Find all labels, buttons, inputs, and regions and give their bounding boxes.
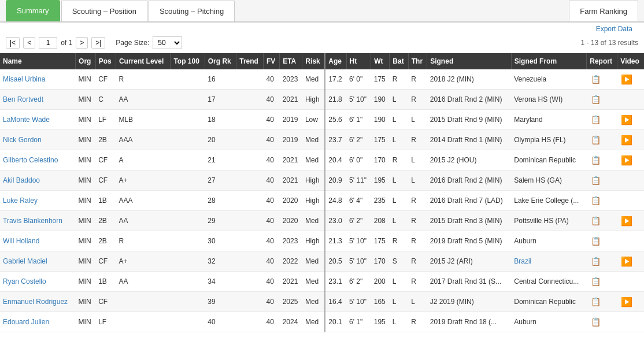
player-fv: 40 [263,110,279,130]
report-icon[interactable]: 📋 [590,316,602,328]
player-name[interactable]: Ben Rortvedt [0,90,76,110]
player-thr: R [408,272,427,292]
player-name[interactable]: Misael Urbina [0,69,76,90]
player-name[interactable]: Gilberto Celestino [0,150,76,170]
player-pos: CF [95,170,116,191]
player-fv: 40 [263,150,279,170]
player-eta: 2020 [280,191,302,211]
player-name[interactable]: Edouard Julien [0,312,76,332]
tab-scouting-pitching[interactable]: Scouting – Pitching [149,1,235,21]
video-icon[interactable]: ▶️ [620,73,633,86]
player-top100 [171,231,205,251]
player-thr: R [408,312,427,332]
report-icon[interactable]: 📋 [590,73,602,86]
player-risk: High [302,231,325,251]
player-ht: 5' 10" [346,231,371,251]
player-thr: R [408,251,427,272]
report-icon[interactable]: 📋 [590,134,602,146]
player-fv: 40 [263,231,279,251]
tab-scouting-position[interactable]: Scouting – Position [61,1,147,21]
player-name[interactable]: Travis Blankenhorn [0,211,76,231]
col-header-trend: Trend [236,53,264,69]
report-icon[interactable]: 📋 [590,295,602,308]
player-age: 16.4 [325,292,346,312]
page-size-select[interactable]: 50 100 25 [153,36,182,49]
player-signed: 2018 J2 (MIN) [427,69,512,90]
player-name[interactable]: Enmanuel Rodriguez [0,292,76,312]
player-top100 [171,90,205,110]
video-icon[interactable]: ▶️ [620,214,633,227]
player-eta: 2019 [280,110,302,130]
player-risk: Med [302,251,325,272]
player-name[interactable]: LaMonte Wade [0,110,76,130]
player-wt: 195 [371,312,390,332]
player-eta: 2020 [280,211,302,231]
page-number-input[interactable] [39,37,57,49]
first-page-button[interactable]: |< [6,37,20,49]
player-report: 📋 [587,292,617,312]
video-icon[interactable]: ▶️ [620,255,633,268]
report-icon[interactable]: 📋 [590,113,602,126]
player-org: MIN [76,312,96,332]
video-icon[interactable]: ▶️ [620,295,633,308]
player-name[interactable]: Akil Baddoo [0,170,76,191]
video-icon[interactable]: ▶️ [620,113,633,126]
player-org: MIN [76,272,96,292]
table-row: Will HollandMIN2BR30402023High21.35' 10"… [0,231,644,251]
player-bat: R [390,150,408,170]
report-icon[interactable]: 📋 [590,93,602,106]
report-icon[interactable]: 📋 [590,194,602,207]
export-link[interactable]: Export Data [596,25,638,33]
player-name[interactable]: Luke Raley [0,191,76,211]
player-eta: 2021 [280,170,302,191]
next-page-button[interactable]: > [76,37,88,49]
player-risk: High [302,90,325,110]
player-signed-from: Pottsville HS (PA) [511,211,587,231]
player-risk: High [302,191,325,211]
tab-summary[interactable]: Summary [6,0,60,21]
page-size-label: Page Size: [116,39,149,47]
player-org-rk: 34 [205,272,236,292]
player-name[interactable]: Gabriel Maciel [0,251,76,272]
player-bat: L [390,312,408,332]
player-thr: L [408,110,427,130]
video-icon[interactable]: ▶️ [620,134,633,146]
player-wt: 170 [371,251,390,272]
report-icon[interactable]: 📋 [590,275,602,288]
toolbar: |< < of 1 > >| Page Size: 50 100 25 1 - … [0,33,644,53]
player-bat: L [390,272,408,292]
tab-farm-ranking[interactable]: Farm Ranking [569,1,638,21]
player-pos: 2B [95,231,116,251]
table-row: Gabriel MacielMINCFA+32402022Med20.55' 1… [0,251,644,272]
player-wt: 175 [371,69,390,90]
player-eta: 2021 [280,90,302,110]
report-icon[interactable]: 📋 [590,154,602,166]
report-icon[interactable]: 📋 [590,174,602,187]
player-video: ▶️ [617,251,644,272]
player-pos: LF [95,312,116,332]
player-wt: 235 [371,191,390,211]
report-icon[interactable]: 📋 [590,255,602,268]
player-ht: 6' 0" [346,69,371,90]
player-report: 📋 [587,251,617,272]
player-trend [236,231,264,251]
player-signed-from[interactable]: Brazil [511,251,587,272]
player-wt: 165 [371,292,390,312]
player-org-rk: 21 [205,150,236,170]
player-name[interactable]: Ryan Costello [0,272,76,292]
report-icon[interactable]: 📋 [590,214,602,227]
player-video [617,272,644,292]
player-name[interactable]: Will Holland [0,231,76,251]
last-page-button[interactable]: >| [91,37,105,49]
table-row: Misael UrbinaMINCFR16402023Med17.26' 0"1… [0,69,644,90]
prev-page-button[interactable]: < [23,37,35,49]
player-ht: 6' 2" [346,211,371,231]
video-icon[interactable]: ▶️ [620,154,633,166]
player-trend [236,191,264,211]
player-age: 23.0 [325,211,346,231]
player-wt: 190 [371,110,390,130]
report-icon[interactable]: 📋 [590,235,602,247]
col-header-current-level: Current Level [116,53,171,69]
player-name[interactable]: Nick Gordon [0,130,76,150]
player-signed-from: Auburn [511,231,587,251]
